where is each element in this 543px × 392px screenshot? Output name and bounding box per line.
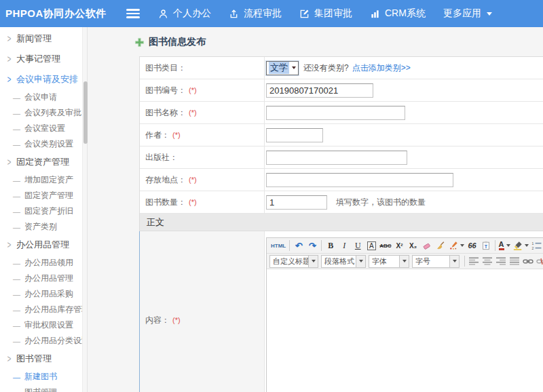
sidebar-item-3[interactable]: >会议申请及安排	[0, 69, 87, 90]
sidebar-item-19[interactable]: —办公用品分类设置	[0, 333, 87, 349]
sidebar-item-1[interactable]: >新闻管理	[0, 28, 87, 49]
author-input[interactable]	[266, 128, 323, 142]
align-left-icon[interactable]	[467, 255, 481, 268]
align-center-icon[interactable]	[481, 255, 494, 268]
caret-down-icon	[525, 244, 529, 247]
font-color-icon[interactable]: A	[498, 239, 512, 252]
add-category-link[interactable]: 点击添加类别>>	[352, 62, 411, 74]
strikethrough-icon[interactable]: ABC	[378, 239, 392, 252]
sidebar-item-20[interactable]: >图书管理	[0, 349, 87, 369]
form-row-location: 存放地点： (*)	[140, 169, 543, 191]
plus-icon	[134, 37, 145, 47]
book-no-input[interactable]	[266, 83, 373, 98]
location-input[interactable]	[266, 173, 453, 187]
font-family-select[interactable]: 字体	[369, 255, 409, 268]
sidebar-item-16[interactable]: —办公用品采购	[0, 286, 87, 302]
dash-icon: —	[13, 306, 20, 314]
sidebar-item-label: 大事记管理	[16, 53, 60, 65]
sidebar-item-11[interactable]: —固定资产折旧	[0, 203, 87, 219]
nav-item-3[interactable]: 集团审批	[291, 0, 361, 27]
sidebar-item-14[interactable]: —办公用品领用	[0, 255, 87, 271]
sidebar-item-6[interactable]: —会议室设置	[0, 121, 87, 136]
blockquote-icon[interactable]: 66	[466, 239, 479, 252]
sidebar-item-4[interactable]: —会议申请	[0, 90, 87, 105]
caret-down-icon	[449, 256, 459, 267]
flow-icon	[229, 9, 239, 19]
sidebar-item-label: 会议列表及审批	[24, 107, 81, 119]
hamburger-icon[interactable]	[126, 9, 140, 18]
main-content: 图书信息发布 图书类目： 文学 还没有类别? 点击添加类别>> 图书编号： (*…	[88, 27, 543, 392]
category-select[interactable]: 文学	[266, 61, 299, 75]
nav-item-5[interactable]: 更多应用	[434, 0, 501, 27]
sidebar-item-12[interactable]: —资产类别	[0, 219, 87, 235]
publisher-input[interactable]	[266, 151, 407, 165]
align-justify-icon[interactable]	[508, 255, 521, 268]
sidebar-item-7[interactable]: —会议类别设置	[0, 136, 87, 152]
highlight-color-icon[interactable]	[512, 239, 530, 252]
sidebar-item-15[interactable]: —办公用品管理	[0, 271, 87, 286]
sidebar-item-10[interactable]: —固定资产管理	[0, 188, 87, 203]
caret-down-icon	[308, 256, 318, 267]
sidebar-item-21[interactable]: —新建图书	[0, 369, 87, 385]
dash-icon: —	[13, 140, 20, 149]
publisher-label: 出版社：	[145, 152, 178, 163]
font-border-icon[interactable]: A	[364, 239, 378, 252]
align-right-icon[interactable]	[494, 255, 508, 268]
sidebar-item-8[interactable]: >固定资产管理	[0, 152, 87, 172]
sidebar-item-22[interactable]: —图书管理	[0, 385, 87, 392]
bold-icon[interactable]: B	[324, 239, 337, 252]
body-section-header: 正文	[140, 214, 543, 231]
nav-item-1[interactable]: 个人办公	[149, 0, 220, 27]
sidebar-scrollbar-thumb[interactable]	[83, 81, 88, 144]
editor-content-area[interactable]	[267, 269, 543, 392]
clear-format-broom-icon[interactable]	[434, 239, 447, 252]
quantity-hint: 填写数字，该图书的数量	[336, 197, 426, 208]
sidebar-item-label: 新闻管理	[16, 33, 52, 45]
nav-item-label: 更多应用	[443, 7, 481, 20]
quantity-input[interactable]	[266, 195, 327, 210]
sidebar-item-2[interactable]: >大事记管理	[0, 49, 87, 69]
svg-text:T: T	[484, 244, 487, 249]
paste-text-icon[interactable]: T	[479, 239, 493, 252]
sidebar-item-18[interactable]: —审批权限设置	[0, 317, 87, 333]
sidebar-item-label: 图书管理	[24, 387, 57, 392]
underline-icon[interactable]: U	[351, 239, 364, 252]
sidebar-item-label: 办公用品管理	[24, 273, 73, 284]
subscript-icon[interactable]: X₂	[407, 239, 420, 252]
nav-item-2[interactable]: 流程审批	[220, 0, 291, 27]
custom-title-select[interactable]: 自定义标题	[269, 255, 318, 268]
link-icon[interactable]	[521, 255, 535, 268]
sidebar-scrollbar[interactable]	[82, 27, 87, 392]
page-title: 图书信息发布	[134, 36, 543, 48]
italic-icon[interactable]: I	[337, 239, 351, 252]
superscript-icon[interactable]: X²	[393, 239, 407, 252]
sidebar-item-label: 办公用品管理	[16, 239, 69, 251]
sidebar-item-17[interactable]: —办公用品库存管理	[0, 302, 87, 317]
sidebar-item-9[interactable]: —增加固定资产	[0, 172, 87, 188]
select-caret-icon	[292, 66, 296, 69]
dash-icon: —	[13, 125, 20, 133]
sidebar-item-label: 办公用品库存管理	[24, 304, 88, 315]
sidebar-item-label: 办公用品领用	[24, 257, 73, 269]
app-logo: PHPOA协同办公软件	[5, 7, 122, 20]
chevron-right-icon: >	[7, 239, 12, 250]
dropdown-label: 自定义标题	[270, 256, 308, 267]
paragraph-format-select[interactable]: 段落格式	[321, 255, 366, 268]
nav-item-label: 个人办公	[173, 7, 211, 20]
unlink-icon[interactable]	[535, 255, 543, 268]
format-eraser-icon[interactable]	[420, 239, 434, 252]
html-source-icon[interactable]: HTML	[269, 239, 287, 252]
ordered-list-icon[interactable]: 12	[530, 239, 543, 252]
no-category-text: 还没有类别?	[303, 62, 349, 74]
book-name-input[interactable]	[266, 106, 405, 120]
chevron-right-icon: >	[7, 74, 12, 85]
undo-icon[interactable]: ↶	[292, 239, 305, 252]
dash-icon: —	[13, 373, 20, 381]
font-size-select[interactable]: 字号	[412, 255, 460, 268]
redo-icon[interactable]: ↷	[305, 239, 319, 252]
paint-format-icon[interactable]	[447, 239, 466, 252]
sidebar-item-13[interactable]: >办公用品管理	[0, 235, 87, 255]
nav-item-4[interactable]: CRM系统	[361, 0, 434, 27]
sidebar-item-5[interactable]: —会议列表及审批	[0, 105, 87, 121]
form-row-book-no: 图书编号： (*)	[140, 79, 543, 102]
